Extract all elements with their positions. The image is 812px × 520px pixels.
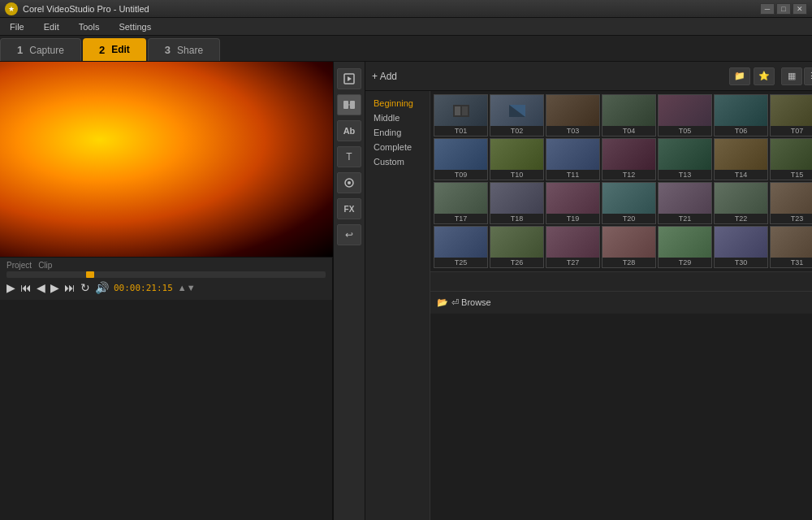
options-bar: Options xyxy=(430,271,812,291)
thumbnail-t10[interactable]: T10 xyxy=(490,138,544,180)
title-btn[interactable]: Ab xyxy=(337,120,361,141)
scrubber-bar[interactable] xyxy=(6,271,326,278)
menu-file[interactable]: File xyxy=(6,20,28,33)
menubar: File Edit Tools Settings xyxy=(0,18,812,36)
thumbnail-t14[interactable]: T14 xyxy=(714,138,768,180)
lib-view-btn2[interactable]: ☰ xyxy=(804,67,812,85)
browse-label: ⏎ Browse xyxy=(451,297,491,308)
timecode-display: 00:00:21:15 xyxy=(114,283,173,293)
minimize-button[interactable]: ─ xyxy=(760,3,775,15)
cat-ending[interactable]: Ending xyxy=(365,125,430,140)
clip-label: Clip xyxy=(38,261,52,270)
volume-btn[interactable]: 🔊 xyxy=(95,281,109,294)
svg-rect-3 xyxy=(350,101,355,109)
thumbnail-t19[interactable]: T19 xyxy=(546,182,600,224)
thumbnail-t18[interactable]: T18 xyxy=(490,182,544,224)
thumbnail-t04[interactable]: T04 xyxy=(602,94,656,136)
thumbnail-t11[interactable]: T11 xyxy=(546,138,600,180)
next-frame-btn[interactable]: ⏭ xyxy=(64,281,76,294)
thumbnail-t17[interactable]: T17 xyxy=(434,182,488,224)
thumbnail-t22[interactable]: T22 xyxy=(714,182,768,224)
thumbnail-t12[interactable]: T12 xyxy=(602,138,656,180)
media-btn[interactable] xyxy=(337,68,361,89)
scrubber-thumb[interactable] xyxy=(86,271,94,278)
repeat-btn[interactable]: ↻ xyxy=(80,281,90,294)
back-nav-btn[interactable]: ↩ xyxy=(337,224,361,245)
menu-settings[interactable]: Settings xyxy=(115,20,154,33)
app-title: Corel VideoStudio Pro - Untitled xyxy=(23,4,149,14)
tab-capture-label: Capture xyxy=(29,45,64,56)
thumbnail-t02[interactable]: T02 xyxy=(490,94,544,136)
tab-edit[interactable]: 2 Edit xyxy=(83,38,146,61)
thumbnail-t26[interactable]: T26 xyxy=(490,226,544,268)
thumbnail-t09[interactable]: T09 xyxy=(434,138,488,180)
svg-rect-7 xyxy=(455,106,460,115)
cat-beginning[interactable]: Beginning xyxy=(365,96,430,110)
lib-view-btn1[interactable]: ▦ xyxy=(781,67,802,85)
thumbnail-t31[interactable]: T31 xyxy=(770,226,812,268)
window-controls[interactable]: ─ □ ✕ xyxy=(760,3,807,15)
thumbnail-t07[interactable]: T07 xyxy=(770,94,812,136)
thumbnail-t13[interactable]: T13 xyxy=(658,138,712,180)
thumbnail-t06[interactable]: T06 xyxy=(714,94,768,136)
graphics-btn[interactable]: T xyxy=(337,146,361,167)
transport-controls: Project Clip ▶ ⏮ ◀ ▶ ⏭ ↻ 🔊 00:00:21:15 ▲… xyxy=(0,257,332,300)
maximize-button[interactable]: □ xyxy=(776,3,791,15)
thumbnail-grid: T01 T02 T03 T04 xyxy=(430,91,812,271)
tab-share[interactable]: 3 Share xyxy=(148,38,220,61)
tab-bar: 1 Capture 2 Edit 3 Share xyxy=(0,36,812,62)
tab-share-num: 3 xyxy=(165,44,171,56)
library-toolbar: + Add 📁 ⭐ ▦ ☰ xyxy=(365,62,812,91)
browse-button[interactable]: 📂 ⏎ Browse xyxy=(437,297,491,308)
tab-capture-num: 1 xyxy=(17,44,23,56)
tab-capture[interactable]: 1 Capture xyxy=(0,38,81,61)
transition-btn[interactable] xyxy=(337,94,361,115)
svg-rect-2 xyxy=(343,101,348,109)
cat-custom[interactable]: Custom xyxy=(365,154,430,169)
category-panel: Beginning Middle Ending Complete Custom xyxy=(365,91,430,520)
thumbnail-t29[interactable]: T29 xyxy=(658,226,712,268)
thumbnail-t15[interactable]: T15 xyxy=(770,138,812,180)
thumbnail-t05[interactable]: T05 xyxy=(658,94,712,136)
app-icon: ★ xyxy=(5,2,18,15)
middle-toolbar: Ab T FX ↩ xyxy=(333,62,365,520)
thumbnail-grid-area: T01 T02 T03 T04 xyxy=(430,91,812,520)
timecode-arrows: ▲▼ xyxy=(178,283,196,292)
thumbnail-t01[interactable]: T01 xyxy=(434,94,488,136)
filter-btn[interactable] xyxy=(337,172,361,193)
menu-tools[interactable]: Tools xyxy=(76,20,103,33)
titlebar-left: ★ Corel VideoStudio Pro - Untitled xyxy=(5,2,149,15)
add-button[interactable]: + Add xyxy=(372,71,397,82)
fx-btn[interactable]: FX xyxy=(337,198,361,219)
browse-bar: 📂 ⏎ Browse « xyxy=(430,291,812,314)
main-area: Project Clip ▶ ⏮ ◀ ▶ ⏭ ↻ 🔊 00:00:21:15 ▲… xyxy=(0,62,812,520)
titlebar: ★ Corel VideoStudio Pro - Untitled ─ □ ✕ xyxy=(0,0,812,18)
thumbnail-t30[interactable]: T30 xyxy=(714,226,768,268)
thumbnail-t28[interactable]: T28 xyxy=(602,226,656,268)
thumbnail-t25[interactable]: T25 xyxy=(434,226,488,268)
thumbnail-t27[interactable]: T27 xyxy=(546,226,600,268)
preview-area xyxy=(0,62,333,257)
thumbnail-t20[interactable]: T20 xyxy=(602,182,656,224)
transport-top: ▶ ⏮ ◀ ▶ ⏭ ↻ 🔊 00:00:21:15 ▲▼ xyxy=(6,281,326,294)
lib-icon-btn[interactable]: 📁 xyxy=(729,67,750,85)
thumbnail-t21[interactable]: T21 xyxy=(658,182,712,224)
prev-frame-btn[interactable]: ⏮ xyxy=(20,281,32,294)
cat-complete[interactable]: Complete xyxy=(365,140,430,154)
cat-middle[interactable]: Middle xyxy=(365,110,430,125)
project-label: Project xyxy=(6,261,32,270)
menu-edit[interactable]: Edit xyxy=(41,20,63,33)
step-fwd-btn[interactable]: ▶ xyxy=(50,281,59,294)
browse-icon: 📂 xyxy=(437,297,448,308)
thumbnail-t23[interactable]: T23 xyxy=(770,182,812,224)
thumbnail-t03[interactable]: T03 xyxy=(546,94,600,136)
preview-canvas[interactable] xyxy=(0,62,333,257)
lib-sort-btn[interactable]: ⭐ xyxy=(754,67,775,85)
thumb-label-t01: T01 xyxy=(434,126,487,136)
step-back-btn[interactable]: ◀ xyxy=(37,281,45,294)
svg-point-5 xyxy=(348,181,351,184)
tab-edit-num: 2 xyxy=(99,44,105,56)
play-btn[interactable]: ▶ xyxy=(6,281,15,294)
svg-marker-1 xyxy=(348,76,352,81)
close-button[interactable]: ✕ xyxy=(793,3,807,15)
